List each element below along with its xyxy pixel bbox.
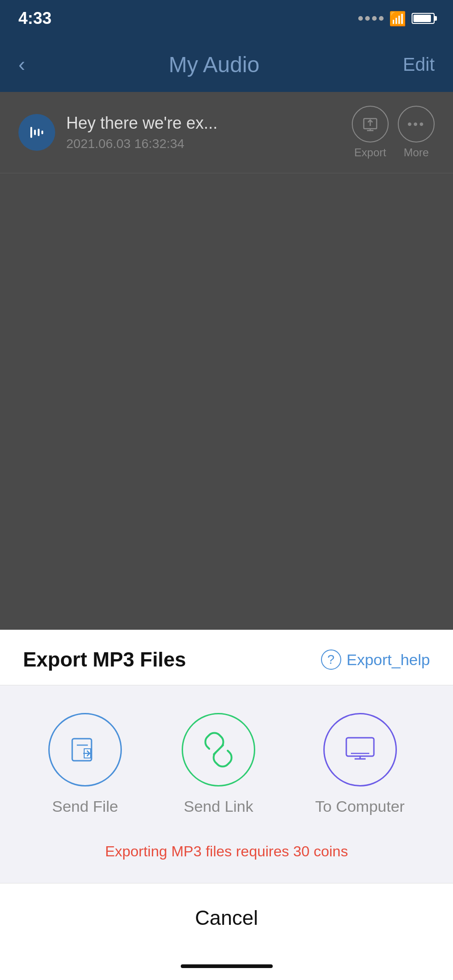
- status-time: 4:33: [18, 9, 52, 28]
- svg-rect-0: [30, 127, 32, 138]
- help-circle-icon: ?: [321, 650, 341, 670]
- send-link-label: Send Link: [184, 798, 253, 815]
- to-computer-option[interactable]: To Computer: [315, 713, 405, 815]
- coins-notice: Exporting MP3 files requires 30 coins: [0, 834, 453, 883]
- svg-rect-2: [38, 129, 40, 136]
- audio-info: Hey there we're ex... 2021.06.03 16:32:3…: [66, 114, 341, 151]
- export-help-label: Export_help: [347, 651, 430, 669]
- audio-thumbnail: [18, 114, 55, 151]
- battery-icon: [412, 13, 435, 24]
- edit-button[interactable]: Edit: [403, 54, 435, 75]
- export-sheet-title: Export MP3 Files: [23, 648, 186, 671]
- more-label: More: [404, 146, 429, 159]
- export-button[interactable]: Export: [352, 106, 389, 159]
- signal-icon: [358, 16, 384, 21]
- status-bar: 4:33 📶: [0, 0, 453, 37]
- send-file-icon-circle: [48, 713, 122, 786]
- wifi-icon: 📶: [389, 11, 406, 27]
- audio-actions: Export ••• More: [352, 106, 435, 159]
- send-file-option[interactable]: Send File: [48, 713, 122, 815]
- export-icon: [352, 106, 389, 142]
- cancel-section: Cancel: [0, 883, 453, 952]
- svg-line-11: [214, 745, 223, 754]
- back-button[interactable]: ‹: [18, 53, 25, 76]
- export-options: Send File Send Link: [0, 685, 453, 834]
- export-label: Export: [354, 146, 386, 159]
- cancel-button[interactable]: Cancel: [18, 906, 435, 929]
- more-button[interactable]: ••• More: [398, 106, 435, 159]
- export-header: Export MP3 Files ? Export_help: [0, 630, 453, 685]
- send-file-label: Send File: [52, 798, 118, 815]
- svg-rect-3: [41, 131, 43, 134]
- export-bottom-sheet: Export MP3 Files ? Export_help Send File: [0, 630, 453, 980]
- send-link-option[interactable]: Send Link: [182, 713, 255, 815]
- export-help-button[interactable]: ? Export_help: [321, 650, 430, 670]
- audio-title: Hey there we're ex...: [66, 114, 341, 133]
- home-bar: [181, 964, 273, 968]
- home-indicator: [0, 952, 453, 980]
- more-icon: •••: [398, 106, 435, 142]
- status-icons: 📶: [358, 11, 435, 27]
- page-title: My Audio: [169, 52, 259, 77]
- audio-date: 2021.06.03 16:32:34: [66, 137, 341, 151]
- svg-rect-1: [34, 130, 36, 135]
- audio-list: Hey there we're ex... 2021.06.03 16:32:3…: [0, 92, 453, 630]
- to-computer-label: To Computer: [315, 798, 405, 815]
- nav-header: ‹ My Audio Edit: [0, 37, 453, 92]
- send-link-icon-circle: [182, 713, 255, 786]
- to-computer-icon-circle: [323, 713, 397, 786]
- audio-list-item: Hey there we're ex... 2021.06.03 16:32:3…: [0, 92, 453, 173]
